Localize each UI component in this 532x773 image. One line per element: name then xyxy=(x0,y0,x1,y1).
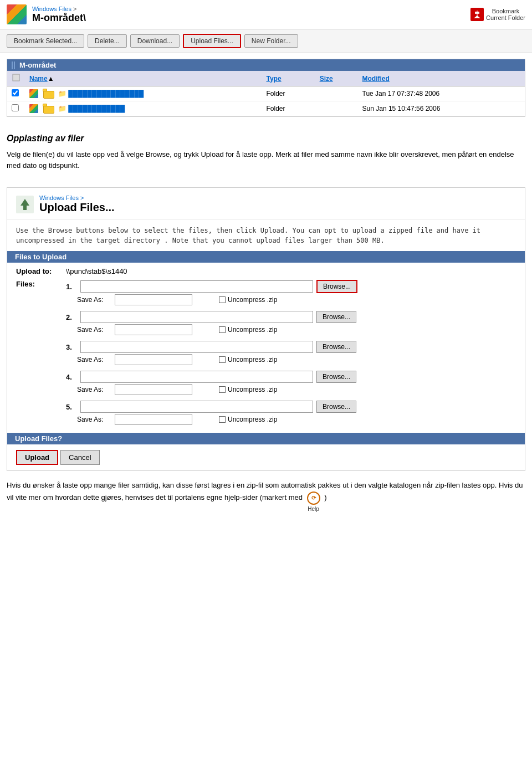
file-section-title: M-området xyxy=(19,61,56,69)
size-sort-link[interactable]: Size xyxy=(320,75,333,83)
windows-icon xyxy=(29,89,38,98)
file-input-1[interactable] xyxy=(80,280,313,293)
save-as-input-2[interactable] xyxy=(115,324,192,335)
save-as-row-1: Save As: Uncompress .zip xyxy=(77,294,516,305)
col-size-header[interactable]: Size xyxy=(315,71,358,86)
uncompress-checkbox-5[interactable] xyxy=(219,416,226,423)
uncompress-label-4: Uncompress .zip xyxy=(219,386,277,393)
file-input-row-1: 1. Browse... xyxy=(66,280,516,293)
uncompress-text-1: Uncompress .zip xyxy=(228,296,277,304)
upload-files-button[interactable]: Upload Files... xyxy=(183,34,241,48)
browse-button-5[interactable]: Browse... xyxy=(316,401,356,413)
upload-actions: Upload Cancel xyxy=(7,444,525,470)
modified-sort-link[interactable]: Modified xyxy=(362,75,390,83)
breadcrumb: Windows Files > xyxy=(32,6,86,12)
folder2-link[interactable]: 📁 ████████████ xyxy=(58,105,125,112)
upload-to-value: \\pund\stab$\s1440 xyxy=(66,267,127,275)
bookmark-icon xyxy=(470,8,484,21)
upload-button[interactable]: Upload xyxy=(16,450,58,465)
tab-grip-icon xyxy=(12,62,16,69)
file-input-3[interactable] xyxy=(80,341,313,353)
file-section-header: M-området xyxy=(7,59,525,71)
save-as-label-3: Save As: xyxy=(77,356,110,364)
download-button[interactable]: Download... xyxy=(130,34,180,48)
inner-panel: Windows Files > Upload Files... Use the … xyxy=(7,187,525,471)
row2-checkbox-cell[interactable] xyxy=(7,101,25,116)
files-section-content: Upload to: \\pund\stab$\s1440 Files: 1. … xyxy=(7,263,525,433)
save-as-row-4: Save As: Uncompress .zip xyxy=(77,384,516,395)
browse-button-1[interactable]: Browse... xyxy=(316,280,357,293)
col-modified-header[interactable]: Modified xyxy=(358,71,525,86)
page-title: M-området\ xyxy=(32,12,86,24)
row1-name-cell: 📁 ████████████████ xyxy=(25,86,262,101)
breadcrumb-link[interactable]: Windows Files xyxy=(32,6,71,12)
upload-files-bar-label: Upload Files? xyxy=(15,434,62,443)
row1-type-cell: Folder xyxy=(262,86,315,101)
windows-logo-icon xyxy=(7,4,27,24)
inner-breadcrumb-small: Windows Files > xyxy=(39,194,115,201)
save-as-input-5[interactable] xyxy=(115,414,192,425)
uncompress-label-3: Uncompress .zip xyxy=(219,356,277,364)
file-num-1: 1. xyxy=(66,283,77,291)
uncompress-text-5: Uncompress .zip xyxy=(228,416,277,423)
save-as-row-3: Save As: Uncompress .zip xyxy=(77,354,516,365)
delete-button[interactable]: Delete... xyxy=(88,34,127,48)
uncompress-checkbox-2[interactable] xyxy=(219,326,226,333)
inner-panel-header: Windows Files > Upload Files... xyxy=(7,188,525,220)
bottom-paragraph: Hvis du ønsker å laste opp mange filer s… xyxy=(7,481,523,501)
toolbar: Bookmark Selected... Delete... Download.… xyxy=(0,29,532,53)
row2-checkbox[interactable] xyxy=(12,104,19,111)
uncompress-checkbox-4[interactable] xyxy=(219,386,226,393)
save-as-input-3[interactable] xyxy=(115,354,192,365)
uncompress-checkbox-1[interactable] xyxy=(219,296,226,303)
bookmark-current-button[interactable]: BookmarkCurrent Folder xyxy=(470,8,525,21)
file-num-4: 4. xyxy=(66,373,77,381)
name-sort-link[interactable]: Name xyxy=(29,75,48,83)
windows-icon xyxy=(29,104,38,113)
upload-to-label: Upload to: xyxy=(16,267,66,275)
save-as-label-2: Save As: xyxy=(77,326,110,334)
inner-breadcrumb-link[interactable]: Windows Files > xyxy=(39,194,84,201)
bookmark-selected-button[interactable]: Bookmark Selected... xyxy=(7,34,84,48)
upload-to-row: Upload to: \\pund\stab$\s1440 xyxy=(16,267,516,275)
file-entry-2: 2. Browse... Save As: Uncompress .zip xyxy=(66,311,516,335)
browse-button-2[interactable]: Browse... xyxy=(316,311,356,323)
browse-button-3[interactable]: Browse... xyxy=(316,341,356,353)
col-type-header[interactable]: Type xyxy=(262,71,315,86)
description-title: Opplasting av filer xyxy=(7,134,525,144)
table-row: 📁 ████████████████ Folder Tue Jan 17 07:… xyxy=(7,86,525,101)
file-num-3: 3. xyxy=(66,343,77,351)
file-input-4[interactable] xyxy=(80,371,313,383)
inner-breadcrumb: Windows Files > Upload Files... xyxy=(39,194,115,214)
folder-icon xyxy=(43,104,55,114)
type-sort-link[interactable]: Type xyxy=(266,75,281,83)
row1-checkbox-cell[interactable] xyxy=(7,86,25,101)
file-input-2[interactable] xyxy=(80,311,313,323)
cancel-button[interactable]: Cancel xyxy=(60,450,99,465)
page-header: Windows Files > M-området\ BookmarkCurre… xyxy=(0,0,532,29)
file-num-5: 5. xyxy=(66,403,77,411)
new-folder-button[interactable]: New Folder... xyxy=(244,34,298,48)
row2-size-cell xyxy=(315,101,358,116)
col-name-header[interactable]: Name▲ xyxy=(25,71,262,86)
row1-modified-cell: Tue Jan 17 07:37:48 2006 xyxy=(358,86,525,101)
save-as-input-1[interactable] xyxy=(115,294,192,305)
file-num-2: 2. xyxy=(66,313,77,321)
save-as-input-4[interactable] xyxy=(115,384,192,395)
folder1-link[interactable]: 📁 ████████████████ xyxy=(58,90,144,98)
files-upload-header: Files to Upload xyxy=(7,251,525,263)
uncompress-label-5: Uncompress .zip xyxy=(219,416,277,423)
row2-type-cell: Folder xyxy=(262,101,315,116)
files-label: Files: xyxy=(16,280,66,431)
file-input-row-2: 2. Browse... xyxy=(66,311,516,323)
browse-button-4[interactable]: Browse... xyxy=(316,371,356,383)
table-header-row: Name▲ Type Size Modified xyxy=(7,71,525,86)
uncompress-label-1: Uncompress .zip xyxy=(219,296,277,304)
row1-checkbox[interactable] xyxy=(12,89,19,96)
breadcrumb-title: Windows Files > M-området\ xyxy=(32,6,86,24)
file-input-row-4: 4. Browse... xyxy=(66,371,516,383)
uncompress-checkbox-3[interactable] xyxy=(219,356,226,363)
files-upload-section: Files to Upload Upload to: \\pund\stab$\… xyxy=(7,251,525,433)
file-table: Name▲ Type Size Modified xyxy=(7,71,525,116)
file-input-5[interactable] xyxy=(80,401,313,413)
